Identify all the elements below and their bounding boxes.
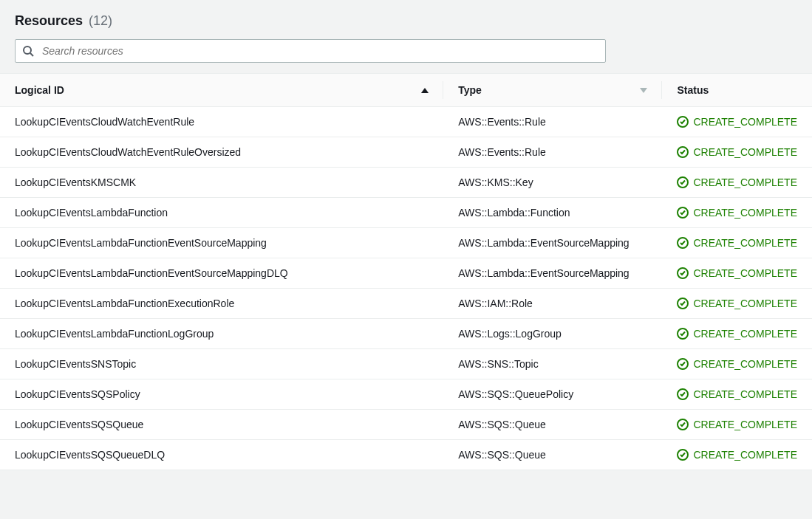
column-label: Status xyxy=(677,84,709,96)
search-wrap xyxy=(0,39,812,73)
cell-status: CREATE_COMPLETE xyxy=(662,379,812,410)
status-text: CREATE_COMPLETE xyxy=(693,298,797,309)
cell-status: CREATE_COMPLETE xyxy=(662,137,812,168)
cell-status: CREATE_COMPLETE xyxy=(662,198,812,228)
cell-status: CREATE_COMPLETE xyxy=(662,440,812,470)
cell-logical-id: LookupCIEventsLambdaFunctionEventSourceM… xyxy=(0,258,443,289)
cell-logical-id: LookupCIEventsCloudWatchEventRuleOversiz… xyxy=(0,137,443,168)
check-circle-icon xyxy=(677,449,689,461)
cell-type: AWS::Lambda::EventSourceMapping xyxy=(443,258,662,289)
column-header-status[interactable]: Status xyxy=(662,74,812,107)
cell-status: CREATE_COMPLETE xyxy=(662,258,812,289)
check-circle-icon xyxy=(677,419,689,430)
status-text: CREATE_COMPLETE xyxy=(693,388,797,400)
status-text: CREATE_COMPLETE xyxy=(693,176,797,188)
check-circle-icon xyxy=(677,358,689,370)
cell-type: AWS::SNS::Topic xyxy=(443,349,662,379)
table-row: LookupCIEventsKMSCMKAWS::KMS::KeyCREATE_… xyxy=(0,168,812,198)
check-circle-icon xyxy=(677,146,689,158)
cell-logical-id: LookupCIEventsLambdaFunctionExecutionRol… xyxy=(0,289,443,319)
cell-logical-id: LookupCIEventsSQSQueueDLQ xyxy=(0,440,443,470)
cell-status: CREATE_COMPLETE xyxy=(662,349,812,379)
svg-point-0 xyxy=(24,47,31,54)
status-text: CREATE_COMPLETE xyxy=(693,207,797,219)
cell-status: CREATE_COMPLETE xyxy=(662,107,812,137)
check-circle-icon xyxy=(677,237,689,249)
resource-count: (12) xyxy=(89,13,112,28)
check-circle-icon xyxy=(677,388,689,400)
check-circle-icon xyxy=(677,207,689,219)
cell-logical-id: LookupCIEventsCloudWatchEventRule xyxy=(0,107,443,137)
status-text: CREATE_COMPLETE xyxy=(693,267,797,279)
search-box xyxy=(15,39,606,63)
svg-line-1 xyxy=(30,53,33,56)
cell-type: AWS::Lambda::EventSourceMapping xyxy=(443,228,662,258)
table-row: LookupCIEventsSQSQueueAWS::SQS::QueueCRE… xyxy=(0,410,812,440)
sort-neutral-icon xyxy=(640,88,647,93)
check-circle-icon xyxy=(677,116,689,128)
table-row: LookupCIEventsCloudWatchEventRuleAWS::Ev… xyxy=(0,107,812,137)
cell-status: CREATE_COMPLETE xyxy=(662,410,812,440)
cell-logical-id: LookupCIEventsLambdaFunctionLogGroup xyxy=(0,319,443,349)
cell-logical-id: LookupCIEventsSNSTopic xyxy=(0,349,443,379)
sort-ascending-icon xyxy=(421,88,429,93)
status-text: CREATE_COMPLETE xyxy=(693,328,797,340)
cell-type: AWS::SQS::Queue xyxy=(443,410,662,440)
status-text: CREATE_COMPLETE xyxy=(693,146,797,158)
cell-logical-id: LookupCIEventsSQSQueue xyxy=(0,410,443,440)
table-row: LookupCIEventsLambdaFunctionAWS::Lambda:… xyxy=(0,198,812,228)
cell-logical-id: LookupCIEventsLambdaFunction xyxy=(0,198,443,228)
cell-status: CREATE_COMPLETE xyxy=(662,319,812,349)
cell-type: AWS::Events::Rule xyxy=(443,137,662,168)
cell-status: CREATE_COMPLETE xyxy=(662,168,812,198)
column-header-type[interactable]: Type xyxy=(443,74,662,107)
search-input[interactable] xyxy=(15,39,606,63)
table-header-row: Logical ID Type xyxy=(0,74,812,107)
search-icon xyxy=(22,45,34,57)
column-label: Type xyxy=(458,84,482,96)
status-text: CREATE_COMPLETE xyxy=(693,449,797,461)
cell-type: AWS::Events::Rule xyxy=(443,107,662,137)
table-row: LookupCIEventsCloudWatchEventRuleOversiz… xyxy=(0,137,812,168)
check-circle-icon xyxy=(677,267,689,279)
cell-type: AWS::IAM::Role xyxy=(443,289,662,319)
table-row: LookupCIEventsLambdaFunctionExecutionRol… xyxy=(0,289,812,319)
status-text: CREATE_COMPLETE xyxy=(693,419,797,430)
cell-type: AWS::Lambda::Function xyxy=(443,198,662,228)
cell-type: AWS::SQS::QueuePolicy xyxy=(443,379,662,410)
check-circle-icon xyxy=(677,298,689,309)
cell-type: AWS::KMS::Key xyxy=(443,168,662,198)
page-title: Resources xyxy=(15,13,83,28)
status-text: CREATE_COMPLETE xyxy=(693,358,797,370)
check-circle-icon xyxy=(677,328,689,340)
cell-type: AWS::SQS::Queue xyxy=(443,440,662,470)
column-label: Logical ID xyxy=(15,84,64,96)
check-circle-icon xyxy=(677,176,689,188)
table-row: LookupCIEventsLambdaFunctionLogGroupAWS:… xyxy=(0,319,812,349)
resources-table: Logical ID Type xyxy=(0,73,812,470)
table-row: LookupCIEventsLambdaFunctionEventSourceM… xyxy=(0,228,812,258)
cell-status: CREATE_COMPLETE xyxy=(662,228,812,258)
cell-logical-id: LookupCIEventsSQSPolicy xyxy=(0,379,443,410)
cell-type: AWS::Logs::LogGroup xyxy=(443,319,662,349)
column-header-logical-id[interactable]: Logical ID xyxy=(0,74,443,107)
status-text: CREATE_COMPLETE xyxy=(693,237,797,249)
table-row: LookupCIEventsLambdaFunctionEventSourceM… xyxy=(0,258,812,289)
resources-panel: Resources (12) Logical ID xyxy=(0,0,812,470)
cell-logical-id: LookupCIEventsKMSCMK xyxy=(0,168,443,198)
cell-status: CREATE_COMPLETE xyxy=(662,289,812,319)
cell-logical-id: LookupCIEventsLambdaFunctionEventSourceM… xyxy=(0,228,443,258)
table-row: LookupCIEventsSQSPolicyAWS::SQS::QueuePo… xyxy=(0,379,812,410)
table-row: LookupCIEventsSNSTopicAWS::SNS::TopicCRE… xyxy=(0,349,812,379)
table-row: LookupCIEventsSQSQueueDLQAWS::SQS::Queue… xyxy=(0,440,812,470)
panel-header: Resources (12) xyxy=(0,0,812,39)
status-text: CREATE_COMPLETE xyxy=(693,116,797,128)
